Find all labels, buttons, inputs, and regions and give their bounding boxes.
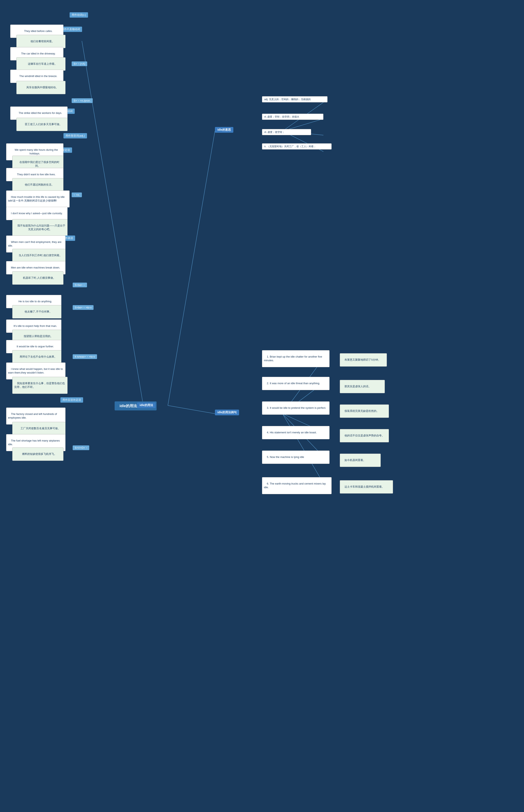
intrans-ex1-zh: 他们在餐馆前闲逛。 [16,35,65,48]
example-6-zh: 运土卡车和混凝土搅拌机闲置着。 [340,480,393,494]
meaning-label: idle的意思 [215,127,233,133]
examples-label: idle的用法例句 [215,410,239,415]
svg-line-2 [82,41,143,405]
adj-n-label: ~ +n. [72,192,82,197]
adj-ex2-zh: 他们不愿过闲散的生活。 [12,178,63,191]
intrans-ex3-zh: 风车在微风中缓慢地转动。 [16,81,65,94]
pred-pattern2-label: S+be+ ~ +to-v [73,305,94,310]
verb-label: 用作动词(v.) [70,12,88,18]
example-3-en: 3. It would be idle to pretend the syste… [262,401,330,415]
adj-n-ex1: How much trouble in this life is caused … [6,190,70,207]
example-5-en: 5. Now the machine is lying idle [262,450,330,464]
mindmap-canvas: idle的用法总结大全 idle的用法 idle的意思 adj. 无意义的；空闲… [0,0,524,812]
example-2-zh: 那其实是虚张人的话。 [340,380,385,393]
pred-p3-ex2-zh: 再辩论下去也不会有什么效果。 [12,350,61,364]
comp-ex2-zh: 燃料的短缺使很多飞机停飞。 [12,447,63,461]
adj-n-ex2-zh: 我不知道我为什么问这问题——只是出于无意义的好奇心吧。 [12,219,68,236]
pred-pattern3-label: It is/was+ ~ +to-v [73,354,97,359]
comp-ex1-zh: 工厂关闭使数百名雇员无事可做。 [12,422,65,435]
example-6-en: 6. The earth-moving trucks and cement mi… [262,477,332,494]
meaning-item-3: vt. 虚度；使空转； [262,129,311,135]
center-node: idle的用法 [137,402,155,408]
pred-p3-ex3-zh: 我知道将要发生什么事，但是警告他们也没用，他们不听。 [12,377,68,394]
meaning-item-1: adj. 无意义的；空闲的；懒惰的；无根据的 [262,96,327,102]
pred-p1-ex2-zh: 机器坏了时,人们都没事做。 [12,271,63,285]
example-1-zh: 布莱恩又聚聚地唠叨了5分钟。 [340,353,387,367]
pattern-np-label: S+ ~ +n./pron. [72,98,93,103]
meaning-item-2: vi. 虚度；空转；挂空挡；未熄火 [262,114,323,120]
example-5-zh: 如今机器闲置着。 [340,453,381,467]
example-4-zh: 他的话不仅仅是虚张声势的自夸。 [340,429,389,442]
pattern-sa-label: S+ ~ (+A) [72,61,87,66]
svg-line-12 [282,414,323,483]
adj-label: 用作形容词(adj.) [63,133,87,139]
adj-n-ex2-en: I don't know why I asked—just idle curio… [6,207,68,220]
svoc-label: S+V+O+ ~ [73,445,89,450]
intrans-ex2-zh: 这辆车在行车道上停着。 [16,57,65,71]
pred-pattern1-label: S+be+ ~ [73,283,87,287]
svg-line-0 [168,131,215,405]
example-3-zh: 假装系统完美无缺是枉然的。 [340,404,389,418]
complement-label: 用作宾语补足语 [60,397,83,403]
example-1-en: 1. Brian kept up the idle chatter for an… [262,350,330,367]
svg-line-1 [168,405,215,414]
example-4-en: 4. His statement isn't merely an idle bo… [262,426,330,439]
meaning-item-4: n. （尤指暂时地）关闭工厂，使（工人）闲着； [262,143,332,149]
pred-p1-ex1-zh: 当人们找不到工作时,他们便空闲着。 [12,249,65,262]
trans-ex1-zh: 罢工使工人们好多天无事可做。 [16,118,68,131]
pred-p2-ex1-zh: 他太懒了,不干任何事。 [12,305,61,318]
example-2-en: 2. It was more of an idle threat than an… [262,377,330,390]
